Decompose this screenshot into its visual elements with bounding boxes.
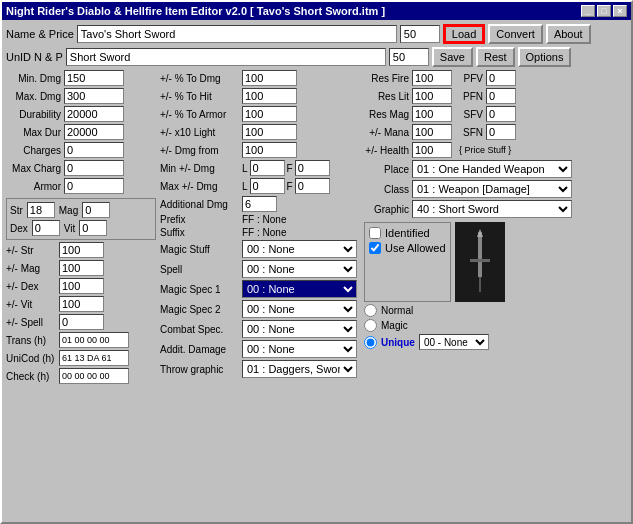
health-label: +/- Health [364, 145, 409, 156]
dmg-from-label: +/- Dmg from [160, 145, 240, 156]
mana-row: +/- Mana SFN [364, 124, 627, 140]
spell-select[interactable]: 00 : None [242, 260, 357, 278]
minimize-button[interactable]: _ [581, 5, 595, 17]
pfn-input[interactable] [486, 88, 516, 104]
pfv-label: PFV [455, 73, 483, 84]
bonus-vit-row: +/- Vit [6, 296, 156, 312]
unid-input[interactable] [66, 48, 386, 66]
unid-price-input[interactable] [389, 48, 429, 66]
bonus-vit-input[interactable] [59, 296, 104, 312]
check-label: Check (h) [6, 371, 56, 382]
max-dur-input[interactable] [64, 124, 124, 140]
save-button[interactable]: Save [432, 47, 473, 67]
svg-rect-2 [470, 259, 490, 262]
mag-input[interactable] [82, 202, 110, 218]
max-dmg-input[interactable] [64, 88, 124, 104]
bonus-dex-input[interactable] [59, 278, 104, 294]
name-price-input[interactable] [400, 25, 440, 43]
magic-spec2-select[interactable]: 00 : None [242, 300, 357, 318]
unicod-input[interactable] [59, 350, 129, 366]
max-f-input[interactable] [295, 178, 330, 194]
normal-radio-row: Normal [364, 304, 627, 317]
graphic-row: Graphic 40 : Short Sword [364, 200, 627, 218]
add-dmg-input[interactable] [242, 196, 277, 212]
dmg-from-input[interactable] [242, 142, 297, 158]
to-hit-input[interactable] [242, 88, 297, 104]
graphic-select[interactable]: 40 : Short Sword [412, 200, 572, 218]
max-charg-input[interactable] [64, 160, 124, 176]
unique-radio[interactable] [364, 336, 377, 349]
name-price-label: Name & Price [6, 28, 74, 40]
to-armor-input[interactable] [242, 106, 297, 122]
bonus-str-input[interactable] [59, 242, 104, 258]
identified-checkbox[interactable] [369, 227, 381, 239]
graphic-label: Graphic [364, 204, 409, 215]
max-l-input[interactable] [250, 178, 285, 194]
load-button[interactable]: Load [443, 24, 485, 44]
magic-stuff-label: Magic Stuff [160, 244, 240, 255]
unid-label: UnID N & P [6, 51, 63, 63]
unique-select[interactable]: 00 - None [419, 334, 489, 350]
charges-input[interactable] [64, 142, 124, 158]
normal-radio[interactable] [364, 304, 377, 317]
min-f-input[interactable] [295, 160, 330, 176]
add-dmg-label: Additional Dmg [160, 199, 240, 210]
mana-input[interactable] [412, 124, 452, 140]
min-dmg-input[interactable] [64, 70, 124, 86]
health-input[interactable] [412, 142, 452, 158]
res-lit-input[interactable] [412, 88, 452, 104]
res-fire-input[interactable] [412, 70, 452, 86]
max-dur-row: Max Dur [6, 124, 156, 140]
sfv-input[interactable] [486, 106, 516, 122]
magic-spec1-select[interactable]: 00 : None [242, 280, 357, 298]
price-stuff-label: { Price Stuff } [459, 145, 515, 155]
pfn-label: PFN [455, 91, 483, 102]
trans-input[interactable] [59, 332, 129, 348]
magic-stuff-select[interactable]: 00 : None [242, 240, 357, 258]
place-select[interactable]: 01 : One Handed Weapon [412, 160, 572, 178]
magic-radio[interactable] [364, 319, 377, 332]
throw-select[interactable]: 01 : Daggers, Swords, Falchions, S [242, 360, 357, 378]
trans-label: Trans (h) [6, 335, 56, 346]
name-input[interactable] [77, 25, 397, 43]
combat-spec-select[interactable]: 00 : None [242, 320, 357, 338]
bonus-str-label: +/- Str [6, 245, 56, 256]
addl-damage-select[interactable]: 00 : None [242, 340, 357, 358]
max-dmg-label: Max. Dmg [6, 91, 61, 102]
bonus-spell-input[interactable] [59, 314, 104, 330]
res-mag-input[interactable] [412, 106, 452, 122]
convert-button[interactable]: Convert [488, 24, 543, 44]
to-hit-row: +/- % To Hit [160, 88, 360, 104]
str-input[interactable] [27, 202, 55, 218]
use-allowed-checkbox[interactable] [369, 242, 381, 254]
options-button[interactable]: Options [518, 47, 572, 67]
vit-input[interactable] [79, 220, 107, 236]
x10-light-input[interactable] [242, 124, 297, 140]
spell-label: Spell [160, 264, 240, 275]
to-armor-row: +/- % To Armor [160, 106, 360, 122]
window-title: Night Rider's Diablo & Hellfire Item Edi… [6, 5, 385, 17]
dex-input[interactable] [32, 220, 60, 236]
unicod-label: UniCod (h) [6, 353, 56, 364]
max-charg-label: Max Charg [6, 163, 61, 174]
to-dmg-input[interactable] [242, 70, 297, 86]
armor-input[interactable] [64, 178, 124, 194]
pfv-input[interactable] [486, 70, 516, 86]
check-input[interactable] [59, 368, 129, 384]
close-button[interactable]: × [613, 5, 627, 17]
bonus-mag-input[interactable] [59, 260, 104, 276]
use-allowed-label: Use Allowed [385, 242, 446, 254]
about-button[interactable]: About [546, 24, 591, 44]
maximize-button[interactable]: □ [597, 5, 611, 17]
combat-spec-row: Combat Spec. 00 : None [160, 320, 360, 338]
class-select[interactable]: 01 : Weapon [Damage] [412, 180, 572, 198]
min-dmg-mid-label: Min +/- Dmg [160, 163, 240, 174]
req-section: Str Mag Dex Vit [6, 198, 156, 240]
use-allowed-row: Use Allowed [369, 242, 446, 254]
sfn-input[interactable] [486, 124, 516, 140]
class-row: Class 01 : Weapon [Damage] [364, 180, 627, 198]
min-l-input[interactable] [250, 160, 285, 176]
combat-spec-label: Combat Spec. [160, 324, 240, 335]
rest-button[interactable]: Rest [476, 47, 515, 67]
durability-input[interactable] [64, 106, 124, 122]
